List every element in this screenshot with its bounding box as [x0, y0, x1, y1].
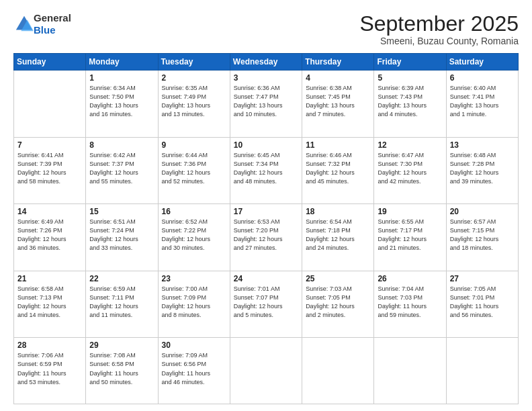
calendar-cell: 24Sunrise: 7:01 AMSunset: 7:07 PMDayligh… [230, 271, 302, 338]
day-header-saturday: Saturday [446, 54, 518, 71]
day-number: 11 [306, 140, 370, 150]
day-number: 19 [378, 207, 442, 216]
calendar-cell: 3Sunrise: 6:36 AMSunset: 7:47 PMDaylight… [230, 71, 302, 138]
cell-content: Sunrise: 6:48 AMSunset: 7:28 PMDaylight:… [450, 151, 515, 186]
day-number: 15 [89, 207, 154, 216]
calendar-cell: 29Sunrise: 7:08 AMSunset: 6:58 PMDayligh… [86, 338, 158, 404]
day-number: 7 [17, 140, 82, 150]
day-number: 25 [306, 274, 370, 283]
logo-blue: Blue [34, 24, 56, 36]
day-number: 18 [306, 207, 370, 216]
cell-content: Sunrise: 7:00 AMSunset: 7:09 PMDaylight:… [162, 285, 226, 320]
calendar-cell [230, 338, 302, 404]
calendar-cell: 1Sunrise: 6:34 AMSunset: 7:50 PMDaylight… [86, 71, 158, 138]
days-header-row: SundayMondayTuesdayWednesdayThursdayFrid… [14, 54, 519, 71]
week-row-3: 14Sunrise: 6:49 AMSunset: 7:26 PMDayligh… [14, 204, 519, 271]
day-number: 27 [450, 274, 515, 283]
calendar-cell: 20Sunrise: 6:57 AMSunset: 7:15 PMDayligh… [446, 204, 518, 271]
calendar-cell: 19Sunrise: 6:55 AMSunset: 7:17 PMDayligh… [374, 204, 446, 271]
calendar-cell: 16Sunrise: 6:52 AMSunset: 7:22 PMDayligh… [158, 204, 230, 271]
cell-content: Sunrise: 7:09 AMSunset: 6:56 PMDaylight:… [162, 351, 226, 386]
calendar-cell: 11Sunrise: 6:46 AMSunset: 7:32 PMDayligh… [302, 137, 374, 204]
logo-text: General Blue [34, 12, 71, 36]
calendar-cell: 9Sunrise: 6:44 AMSunset: 7:36 PMDaylight… [158, 137, 230, 204]
day-number: 8 [89, 140, 154, 150]
calendar-cell: 2Sunrise: 6:35 AMSunset: 7:49 PMDaylight… [158, 71, 230, 138]
logo-icon [15, 15, 34, 34]
cell-content: Sunrise: 6:45 AMSunset: 7:34 PMDaylight:… [234, 151, 298, 186]
calendar-cell: 17Sunrise: 6:53 AMSunset: 7:20 PMDayligh… [230, 204, 302, 271]
logo-general: General [34, 12, 71, 24]
cell-content: Sunrise: 6:40 AMSunset: 7:41 PMDaylight:… [450, 84, 515, 119]
calendar-cell: 23Sunrise: 7:00 AMSunset: 7:09 PMDayligh… [158, 271, 230, 338]
cell-content: Sunrise: 6:34 AMSunset: 7:50 PMDaylight:… [89, 84, 154, 119]
calendar-cell: 15Sunrise: 6:51 AMSunset: 7:24 PMDayligh… [86, 204, 158, 271]
day-number: 20 [450, 207, 515, 216]
calendar-cell: 7Sunrise: 6:41 AMSunset: 7:39 PMDaylight… [14, 137, 86, 204]
cell-content: Sunrise: 6:39 AMSunset: 7:43 PMDaylight:… [378, 84, 442, 119]
calendar-cell: 10Sunrise: 6:45 AMSunset: 7:34 PMDayligh… [230, 137, 302, 204]
day-number: 9 [162, 140, 226, 150]
day-number: 29 [89, 340, 154, 350]
cell-content: Sunrise: 6:47 AMSunset: 7:30 PMDaylight:… [378, 151, 442, 186]
week-row-4: 21Sunrise: 6:58 AMSunset: 7:13 PMDayligh… [14, 271, 519, 338]
calendar-cell: 22Sunrise: 6:59 AMSunset: 7:11 PMDayligh… [86, 271, 158, 338]
header: General Blue September 2025 Smeeni, Buza… [13, 12, 519, 46]
calendar-cell: 6Sunrise: 6:40 AMSunset: 7:41 PMDaylight… [446, 71, 518, 138]
calendar-cell [14, 71, 86, 138]
day-number: 2 [162, 73, 226, 83]
day-number: 23 [162, 274, 226, 283]
day-number: 28 [17, 340, 82, 350]
day-number: 12 [378, 140, 442, 150]
calendar-cell: 26Sunrise: 7:04 AMSunset: 7:03 PMDayligh… [374, 271, 446, 338]
day-number: 6 [450, 73, 515, 83]
day-number: 13 [450, 140, 515, 150]
cell-content: Sunrise: 6:58 AMSunset: 7:13 PMDaylight:… [17, 285, 82, 320]
cell-content: Sunrise: 6:38 AMSunset: 7:45 PMDaylight:… [306, 84, 370, 119]
day-number: 21 [17, 274, 82, 283]
day-number: 22 [89, 274, 154, 283]
cell-content: Sunrise: 6:52 AMSunset: 7:22 PMDaylight:… [162, 218, 226, 253]
day-header-tuesday: Tuesday [158, 54, 230, 71]
calendar-cell [302, 338, 374, 404]
calendar-cell: 4Sunrise: 6:38 AMSunset: 7:45 PMDaylight… [302, 71, 374, 138]
cell-content: Sunrise: 7:08 AMSunset: 6:58 PMDaylight:… [89, 351, 154, 386]
logo: General Blue [13, 12, 71, 36]
week-row-1: 1Sunrise: 6:34 AMSunset: 7:50 PMDaylight… [14, 71, 519, 138]
cell-content: Sunrise: 7:03 AMSunset: 7:05 PMDaylight:… [306, 285, 370, 320]
cell-content: Sunrise: 6:54 AMSunset: 7:18 PMDaylight:… [306, 218, 370, 253]
cell-content: Sunrise: 6:59 AMSunset: 7:11 PMDaylight:… [89, 285, 154, 320]
day-header-thursday: Thursday [302, 54, 374, 71]
cell-content: Sunrise: 7:01 AMSunset: 7:07 PMDaylight:… [234, 285, 298, 320]
calendar-cell: 8Sunrise: 6:42 AMSunset: 7:37 PMDaylight… [86, 137, 158, 204]
day-number: 30 [162, 340, 226, 350]
day-number: 4 [306, 73, 370, 83]
day-number: 26 [378, 274, 442, 283]
cell-content: Sunrise: 6:51 AMSunset: 7:24 PMDaylight:… [89, 218, 154, 253]
calendar-table: SundayMondayTuesdayWednesdayThursdayFrid… [13, 53, 519, 404]
calendar-cell [374, 338, 446, 404]
calendar-cell: 18Sunrise: 6:54 AMSunset: 7:18 PMDayligh… [302, 204, 374, 271]
calendar-cell: 12Sunrise: 6:47 AMSunset: 7:30 PMDayligh… [374, 137, 446, 204]
page: General Blue September 2025 Smeeni, Buza… [0, 0, 532, 411]
cell-content: Sunrise: 6:53 AMSunset: 7:20 PMDaylight:… [234, 218, 298, 253]
calendar-cell: 30Sunrise: 7:09 AMSunset: 6:56 PMDayligh… [158, 338, 230, 404]
cell-content: Sunrise: 7:04 AMSunset: 7:03 PMDaylight:… [378, 285, 442, 320]
cell-content: Sunrise: 6:55 AMSunset: 7:17 PMDaylight:… [378, 218, 442, 253]
cell-content: Sunrise: 6:35 AMSunset: 7:49 PMDaylight:… [162, 84, 226, 119]
day-number: 3 [234, 73, 298, 83]
day-number: 14 [17, 207, 82, 216]
cell-content: Sunrise: 6:57 AMSunset: 7:15 PMDaylight:… [450, 218, 515, 253]
cell-content: Sunrise: 6:36 AMSunset: 7:47 PMDaylight:… [234, 84, 298, 119]
cell-content: Sunrise: 6:49 AMSunset: 7:26 PMDaylight:… [17, 218, 82, 253]
day-header-sunday: Sunday [14, 54, 86, 71]
cell-content: Sunrise: 6:46 AMSunset: 7:32 PMDaylight:… [306, 151, 370, 186]
location-subtitle: Smeeni, Buzau County, Romania [359, 36, 519, 46]
day-number: 16 [162, 207, 226, 216]
week-row-5: 28Sunrise: 7:06 AMSunset: 6:59 PMDayligh… [14, 338, 519, 404]
cell-content: Sunrise: 7:05 AMSunset: 7:01 PMDaylight:… [450, 285, 515, 320]
day-header-monday: Monday [86, 54, 158, 71]
calendar-cell: 27Sunrise: 7:05 AMSunset: 7:01 PMDayligh… [446, 271, 518, 338]
day-number: 24 [234, 274, 298, 283]
day-number: 5 [378, 73, 442, 83]
